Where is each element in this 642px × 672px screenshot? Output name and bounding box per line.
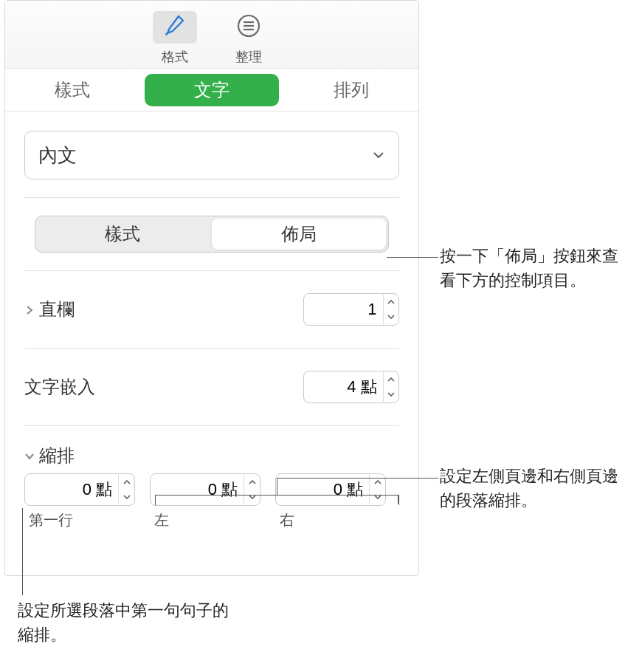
disclosure-down-icon[interactable] bbox=[24, 445, 35, 466]
stepper-down-icon[interactable] bbox=[384, 387, 398, 402]
callout-lr-margin: 設定左側頁邊和右側頁邊的段落縮排。 bbox=[440, 464, 632, 512]
indent-first-line-stepper[interactable] bbox=[118, 475, 134, 504]
indent-section-label: 縮排 bbox=[39, 444, 75, 467]
callout-leader bbox=[22, 508, 23, 595]
columns-field bbox=[303, 293, 399, 326]
format-toolbar-label: 格式 bbox=[162, 48, 188, 66]
callout-first-line: 設定所選段落中第一句句子的縮排。 bbox=[18, 598, 239, 647]
text-inset-input[interactable] bbox=[304, 377, 383, 397]
divider bbox=[24, 197, 399, 198]
indent-first-line-caption: 第一行 bbox=[24, 510, 135, 530]
callout-bracket bbox=[155, 495, 398, 504]
divider bbox=[24, 270, 399, 271]
stepper-up-icon[interactable] bbox=[384, 295, 398, 309]
tab-style[interactable]: 樣式 bbox=[5, 69, 139, 111]
paragraph-style-value: 內文 bbox=[38, 143, 77, 168]
text-inset-stepper[interactable] bbox=[383, 372, 398, 402]
columns-input[interactable] bbox=[304, 300, 383, 319]
inspector-top-toolbar: 格式 整理 bbox=[5, 1, 418, 69]
columns-row: 直欄 bbox=[24, 289, 399, 330]
indent-section: 縮排 第一行 bbox=[24, 444, 399, 535]
stepper-up-icon[interactable] bbox=[244, 475, 260, 490]
text-inset-field bbox=[303, 371, 399, 403]
format-inspector-panel: 格式 整理 樣式 文字 排列 內文 樣式 佈局 bbox=[4, 0, 419, 576]
callout-leader bbox=[277, 478, 438, 479]
indent-first-line-column: 第一行 bbox=[24, 473, 135, 530]
text-inset-label: 文字嵌入 bbox=[24, 375, 95, 399]
callout-leader bbox=[398, 495, 399, 505]
callout-leader bbox=[387, 257, 438, 258]
callout-layout-button: 按一下「佈局」按鈕來查看下方的控制項目。 bbox=[440, 244, 632, 292]
stepper-down-icon[interactable] bbox=[384, 309, 398, 324]
inspector-subtabs: 樣式 文字 排列 bbox=[5, 69, 418, 112]
callout-leader bbox=[155, 495, 156, 505]
format-toolbar-button[interactable]: 格式 bbox=[153, 11, 197, 66]
stepper-up-icon[interactable] bbox=[119, 475, 134, 490]
indent-first-line-input[interactable] bbox=[25, 480, 118, 499]
divider bbox=[24, 425, 399, 426]
indent-left-caption: 左 bbox=[150, 510, 260, 530]
paintbrush-icon bbox=[162, 13, 187, 41]
segment-layout-button[interactable]: 佈局 bbox=[212, 219, 386, 250]
indent-first-line-field bbox=[24, 473, 135, 506]
stepper-down-icon[interactable] bbox=[119, 490, 134, 504]
organize-icon bbox=[236, 13, 261, 41]
callout-leader bbox=[277, 478, 277, 495]
stepper-up-icon[interactable] bbox=[384, 372, 398, 387]
text-inset-row: 文字嵌入 bbox=[24, 366, 399, 408]
stepper-up-icon[interactable] bbox=[370, 475, 385, 490]
columns-stepper[interactable] bbox=[383, 295, 398, 324]
tab-arrange[interactable]: 排列 bbox=[285, 69, 418, 111]
indent-fields-row: 第一行 左 bbox=[24, 473, 399, 535]
disclosure-right-icon[interactable] bbox=[24, 299, 35, 320]
tab-text[interactable]: 文字 bbox=[145, 74, 278, 106]
divider bbox=[24, 348, 399, 349]
style-layout-segmented-control: 樣式 佈局 bbox=[35, 216, 389, 253]
columns-label: 直欄 bbox=[39, 298, 75, 321]
organize-toolbar-button[interactable]: 整理 bbox=[227, 11, 271, 66]
organize-toolbar-label: 整理 bbox=[235, 48, 262, 66]
indent-right-caption: 右 bbox=[275, 510, 386, 530]
segment-style-button[interactable]: 樣式 bbox=[35, 216, 210, 252]
paragraph-style-dropdown[interactable]: 內文 bbox=[24, 131, 399, 179]
chevron-down-icon bbox=[372, 144, 385, 167]
inspector-content: 內文 樣式 佈局 直欄 bbox=[5, 131, 418, 535]
